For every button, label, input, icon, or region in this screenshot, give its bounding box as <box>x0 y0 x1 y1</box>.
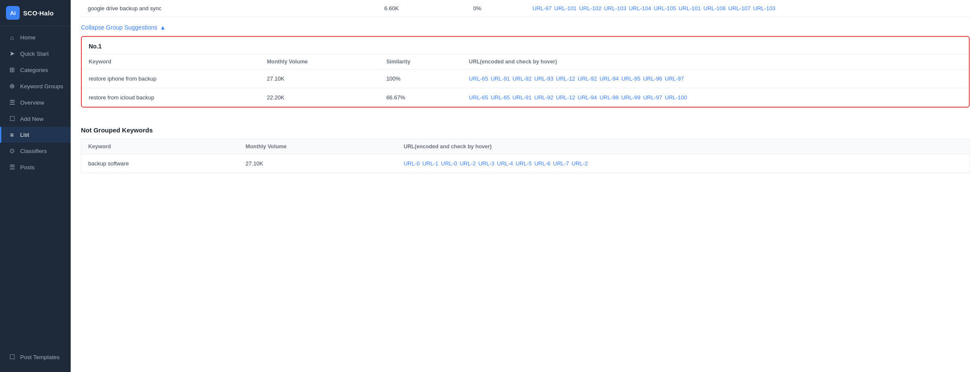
ng-col-keyword: Keyword <box>81 139 239 154</box>
sidebar-label-classifiers: Classifiers <box>20 148 47 154</box>
main-content: google drive backup and sync 6.60K 0% UR… <box>71 0 980 372</box>
volume-cell: 22.20K <box>260 88 379 107</box>
url-link[interactable]: URL-91 <box>512 94 532 101</box>
url-link[interactable]: URL-92 <box>512 75 532 82</box>
col-url: URL(encoded and check by hover) <box>462 54 969 69</box>
group-table-header-row: Keyword Monthly Volume Similarity URL(en… <box>82 54 969 69</box>
categories-icon: ⊞ <box>8 66 16 74</box>
collapse-button[interactable]: Collapse Group Suggestions <box>81 24 157 31</box>
sidebar-label-posts: Posts <box>20 164 35 171</box>
not-grouped-table: Keyword Monthly Volume URL(encoded and c… <box>81 139 970 173</box>
keyword-groups-icon: ⊕ <box>8 82 16 90</box>
logo-text: SCO·Halo <box>23 9 54 17</box>
table-row: backup software27.10KURL-0URL-1URL-0URL-… <box>81 154 970 173</box>
partial-table: google drive backup and sync 6.60K 0% UR… <box>81 0 970 17</box>
url-link[interactable]: URL-65 <box>469 94 488 101</box>
group-table: Keyword Monthly Volume Similarity URL(en… <box>82 54 969 107</box>
url-links-container: URL-0URL-1URL-0URL-2URL-3URL-4URL-5URL-6… <box>403 160 962 167</box>
url-link[interactable]: URL-7 <box>553 160 569 167</box>
url-link[interactable]: URL-65 <box>491 94 510 101</box>
url-cell: URL-65URL-65URL-91URL-92URL-12URL-94URL-… <box>462 88 969 107</box>
sidebar-item-home[interactable]: ⌂ Home <box>0 30 71 45</box>
keyword-cell: restore iphone from backup <box>82 69 260 88</box>
similarity-cell: 0% <box>466 0 526 17</box>
url-links-container: URL-65URL-91URL-92URL-93URL-12URL-92URL-… <box>469 75 962 82</box>
keyword-cell: backup software <box>81 154 239 173</box>
url-link[interactable]: URL-2 <box>460 160 476 167</box>
sidebar-item-list[interactable]: ≡ List <box>0 127 71 143</box>
similarity-cell: 66.67% <box>379 88 462 107</box>
sidebar-label-post-templates: Post Templates <box>20 354 60 360</box>
posts-icon: ☰ <box>8 163 16 171</box>
sidebar-label-keyword-groups: Keyword Groups <box>20 83 63 90</box>
col-keyword: Keyword <box>82 54 260 69</box>
url-link[interactable]: URL-12 <box>556 75 575 82</box>
url-link[interactable]: URL-92 <box>578 75 597 82</box>
url-link[interactable]: URL-4 <box>497 160 513 167</box>
url-link[interactable]: URL-12 <box>556 94 575 101</box>
sidebar-item-categories[interactable]: ⊞ Categories <box>0 62 71 78</box>
url-cell: URL-65URL-91URL-92URL-93URL-12URL-92URL-… <box>462 69 969 88</box>
url-links-container: URL-65URL-65URL-91URL-92URL-12URL-94URL-… <box>469 94 962 101</box>
url-link[interactable]: URL-5 <box>516 160 532 167</box>
similarity-cell: 100% <box>379 69 462 88</box>
url-link[interactable]: URL-92 <box>534 94 553 101</box>
url-cell: URL-0URL-1URL-0URL-2URL-3URL-4URL-5URL-6… <box>397 154 969 173</box>
group-box-1: No.1 Keyword Monthly Volume Similarity U… <box>81 36 970 108</box>
url-link[interactable]: URL-95 <box>621 75 640 82</box>
group-title: No.1 <box>82 37 969 54</box>
url-link[interactable]: URL-100 <box>665 94 687 101</box>
sidebar-item-overview[interactable]: ☰ Overview <box>0 94 71 111</box>
col-volume: Monthly Volume <box>260 54 379 69</box>
logo: Ai SCO·Halo <box>0 0 71 26</box>
sidebar-item-post-templates[interactable]: ☐ Post Templates <box>0 349 71 365</box>
url-link[interactable]: URL-0 <box>403 160 420 167</box>
sidebar-label-list: List <box>20 132 29 138</box>
sidebar-item-keyword-groups[interactable]: ⊕ Keyword Groups <box>0 78 71 94</box>
sidebar-label-overview: Overview <box>20 99 44 106</box>
table-row: google drive backup and sync 6.60K 0% UR… <box>81 0 970 17</box>
table-row: restore iphone from backup27.10K100%URL-… <box>82 69 969 88</box>
url-link[interactable]: URL-98 <box>600 94 619 101</box>
url-link[interactable]: URL-3 <box>478 160 495 167</box>
sidebar-item-posts[interactable]: ☰ Posts <box>0 159 71 175</box>
ng-col-url: URL(encoded and check by hover) <box>397 139 969 154</box>
url-link[interactable]: URL-6 <box>534 160 550 167</box>
url-link[interactable]: URL-94 <box>600 75 619 82</box>
url-link[interactable]: URL-97 <box>643 94 662 101</box>
url-link[interactable]: URL-65 <box>469 75 488 82</box>
not-grouped-header-row: Keyword Monthly Volume URL(encoded and c… <box>81 139 970 154</box>
ng-col-volume: Monthly Volume <box>239 139 397 154</box>
volume-cell: 27.10K <box>239 154 397 173</box>
volume-cell: 27.10K <box>260 69 379 88</box>
sidebar-label-quick-start: Quick Start <box>20 51 49 57</box>
sidebar-item-quick-start[interactable]: ➤ Quick Start <box>0 45 71 62</box>
url-link[interactable]: URL-99 <box>621 94 640 101</box>
post-templates-icon: ☐ <box>8 353 16 361</box>
url-link[interactable]: URL-93 <box>534 75 553 82</box>
sidebar-item-classifiers[interactable]: ⊙ Classifiers <box>0 143 71 159</box>
url-link[interactable]: URL-91 <box>491 75 510 82</box>
volume-cell: 6.60K <box>377 0 466 17</box>
collapse-arrow-icon: ▲ <box>160 24 166 31</box>
url-link[interactable]: URL-0 <box>441 160 457 167</box>
overview-icon: ☰ <box>8 99 16 106</box>
logo-icon: Ai <box>6 6 20 20</box>
collapse-header[interactable]: Collapse Group Suggestions ▲ <box>81 17 970 36</box>
url-link[interactable]: URL-94 <box>578 94 597 101</box>
add-new-icon: ☐ <box>8 115 16 123</box>
quick-start-icon: ➤ <box>8 50 16 57</box>
not-grouped-title: Not Grouped Keywords <box>81 118 970 139</box>
keyword-cell: restore from icloud backup <box>82 88 260 107</box>
url-link[interactable]: URL-2 <box>572 160 588 167</box>
url-cell: URL-97URL-101URL-102URL-103URL-104URL-10… <box>526 0 970 17</box>
sidebar-label-home: Home <box>20 34 36 41</box>
url-link[interactable]: URL-96 <box>643 75 662 82</box>
url-link[interactable]: URL-97 <box>665 75 684 82</box>
url-links-container: URL-97URL-101URL-102URL-103URL-104URL-10… <box>532 5 963 12</box>
sidebar-item-add-new[interactable]: ☐ Add New <box>0 111 71 127</box>
sidebar-label-add-new: Add New <box>20 116 44 122</box>
sidebar: Ai SCO·Halo ⌂ Home ➤ Quick Start ⊞ Categ… <box>0 0 71 372</box>
url-link[interactable]: URL-1 <box>422 160 439 167</box>
col-similarity: Similarity <box>379 54 462 69</box>
